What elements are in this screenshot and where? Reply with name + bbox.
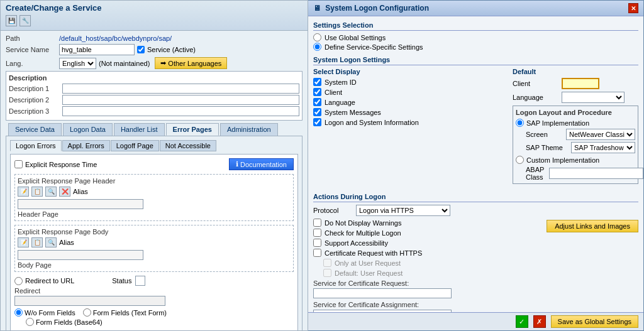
actions-during-logon-title: Actions During Logon (313, 193, 638, 202)
inner-tab-logoff-page[interactable]: Logoff Page (111, 140, 159, 151)
header-alias-btn3[interactable]: 🔍 (45, 187, 57, 197)
logon-system-info-checkbox[interactable] (313, 118, 321, 126)
desc2-input[interactable] (62, 95, 299, 105)
body-page-label: Body Page (18, 261, 291, 269)
tools-icon-btn[interactable]: 🔧 (19, 15, 31, 26)
header-page-label: Header Page (18, 210, 291, 218)
client-checkbox[interactable] (313, 88, 321, 96)
logon-layout-section: Logon Layout and Procedure SAP Implement… (513, 106, 638, 184)
other-lang-label: Other Languages (168, 60, 221, 67)
define-service-specific-radio[interactable] (313, 43, 321, 51)
abap-class-input[interactable] (549, 168, 643, 179)
header-page-input[interactable] (18, 199, 143, 209)
desc3-label: Description 3 (9, 107, 62, 115)
logon-layout-title: Logon Layout and Procedure (516, 109, 635, 116)
service-name-label: Service Name (6, 46, 59, 53)
header-alias-btn2[interactable]: 📋 (31, 187, 43, 197)
settings-selection-section: Settings Selection Use Global Settings D… (313, 21, 638, 51)
language-checkbox[interactable] (313, 98, 321, 106)
panel-title-text: Create/Change a Service (6, 3, 101, 13)
explicit-response-time-checkbox[interactable] (14, 160, 23, 168)
response-body-title: Explicit Response Page Body (18, 228, 291, 236)
default-language-select[interactable] (562, 92, 625, 103)
service-name-input[interactable] (59, 44, 135, 55)
inner-tab-appl-errors[interactable]: Appl. Errors (62, 140, 110, 151)
cert-request-https-label: Certificate Request with HTTPS (325, 249, 422, 257)
protocol-select[interactable]: Logon via HTTPS (356, 205, 450, 216)
form-fields-base64-radio[interactable] (26, 318, 34, 326)
status-box (135, 276, 145, 286)
save-as-global-button[interactable]: Save as Global Settings (551, 315, 638, 328)
use-global-settings-radio[interactable] (313, 33, 321, 41)
adjust-links-button[interactable]: Adjust Links and Images (547, 220, 638, 232)
inner-tab-logon-errors[interactable]: Logon Errors (10, 140, 62, 151)
sap-theme-select[interactable]: SAP Tradeshow (571, 142, 635, 153)
actions-left-col: Protocol Logon via HTTPS Do Not Display … (313, 205, 533, 312)
lang-extra: (Not maintained) (99, 60, 150, 67)
default-user-request-checkbox[interactable] (323, 269, 331, 277)
doc-btn-label: Documentation (240, 161, 287, 168)
redirect-section: Redirect to URL Status Redirect (14, 276, 294, 326)
redirect-url-radio[interactable] (14, 277, 23, 285)
body-alias-btn1[interactable]: 📝 (18, 237, 29, 247)
service-active-checkbox[interactable] (137, 46, 145, 53)
right-footer: ✓ ✗ Save as Global Settings (308, 312, 643, 330)
redirect-input[interactable] (14, 296, 165, 306)
sap-impl-radio[interactable] (516, 119, 524, 127)
wo-form-fields-radio[interactable] (14, 308, 23, 317)
lang-select[interactable]: English (59, 58, 96, 69)
use-global-settings-label: Use Global Settings (325, 34, 386, 41)
tab-service-data[interactable]: Service Data (8, 123, 62, 136)
inner-tabs: Logon Errors Appl. Errors Logoff Page No… (10, 140, 298, 151)
actions-right-col: Adjust Links and Images (538, 205, 638, 312)
default-client-label: Client (513, 80, 557, 87)
right-panel-title: 🖥 System Logon Configuration ✕ (308, 1, 643, 16)
body-alias-btn2[interactable]: 📋 (31, 237, 43, 247)
other-languages-button[interactable]: ➡ Other Languages (155, 57, 227, 69)
cert-request-https-checkbox[interactable] (313, 249, 321, 257)
tab-handler-list[interactable]: Handler List (114, 123, 165, 136)
system-logon-settings-title: System Logon Settings (313, 56, 638, 65)
tab-error-pages[interactable]: Error Pages (166, 123, 219, 136)
save-icon-btn[interactable]: 💾 (6, 15, 17, 26)
close-button[interactable]: ✕ (628, 3, 638, 13)
screen-select[interactable]: NetWeaver Classic (566, 129, 635, 140)
only-user-request-checkbox[interactable] (323, 259, 331, 267)
check-multiple-logon-checkbox[interactable] (313, 229, 321, 237)
panel-title: Create/Change a Service 💾 🔧 (1, 1, 308, 31)
x-button[interactable]: ✗ (533, 315, 546, 328)
support-accessibility-checkbox[interactable] (313, 239, 321, 247)
arrow-icon: ➡ (160, 59, 166, 67)
info-icon: ℹ (236, 160, 238, 168)
system-id-checkbox[interactable] (313, 78, 321, 86)
tab-administration[interactable]: Administration (220, 123, 278, 136)
check-button[interactable]: ✓ (516, 315, 528, 328)
default-client-input[interactable] (562, 78, 599, 89)
header-alias-btn1[interactable]: 📝 (18, 187, 29, 197)
body-page-input[interactable] (18, 250, 143, 260)
lang-label: Lang. (6, 60, 59, 67)
tab-logon-data[interactable]: Logon Data (63, 123, 113, 136)
form-fields-text-radio[interactable] (83, 308, 91, 317)
custom-impl-radio[interactable] (516, 156, 524, 164)
documentation-button[interactable]: ℹ Documentation (229, 158, 294, 170)
system-logon-settings-section: System Logon Settings Select Display Sys… (313, 56, 638, 188)
select-display-title: Select Display (313, 68, 508, 75)
left-panel: Create/Change a Service 💾 🔧 Path /defaul… (0, 0, 308, 331)
only-user-request-label: Only at User Request (335, 259, 401, 267)
system-messages-checkbox[interactable] (313, 108, 321, 116)
do-not-display-warnings-checkbox[interactable] (313, 219, 321, 227)
header-alias-btn4[interactable]: ❌ (59, 187, 70, 197)
response-body-section: Explicit Response Page Body 📝 📋 🔍 Alias … (14, 225, 294, 272)
desc3-input[interactable] (62, 106, 299, 116)
actions-during-logon-section: Actions During Logon Protocol Logon via … (313, 193, 638, 312)
sap-impl-label: SAP Implementation (526, 119, 589, 127)
body-alias-btn3[interactable]: 🔍 (45, 237, 57, 247)
response-header-section: Explicit Response Page Header 📝 📋 🔍 ❌ Al… (14, 174, 294, 221)
cert-request-input[interactable] (313, 288, 452, 298)
main-tabs: Service Data Logon Data Handler List Err… (6, 123, 303, 136)
check-multiple-logon-label: Check for Multiple Logon (325, 229, 401, 237)
desc1-input[interactable] (62, 84, 299, 94)
inner-tab-not-accessible[interactable]: Not Accessible (160, 140, 216, 151)
custom-impl-label: Custom Implementation (526, 156, 599, 164)
